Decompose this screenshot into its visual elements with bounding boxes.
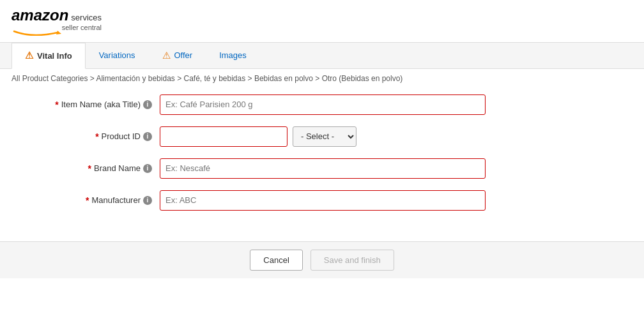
tab-variations-label: Variations: [99, 50, 135, 60]
brand-name-label-text: Brand Name: [94, 163, 141, 173]
manufacturer-label-text: Manufacturer: [91, 195, 141, 205]
tab-offer-label: Offer: [174, 50, 193, 60]
info-icon-item-name[interactable]: i: [143, 100, 152, 109]
logo-amazon: amazon: [12, 6, 68, 25]
svg-marker-0: [56, 31, 61, 34]
form-area: * Item Name (aka Title) i * Product ID i…: [0, 88, 644, 235]
item-name-row: * Item Name (aka Title) i: [26, 94, 618, 115]
tab-images[interactable]: Images: [206, 43, 260, 68]
tab-variations[interactable]: Variations: [86, 43, 149, 68]
save-finish-button[interactable]: Save and finish: [310, 250, 394, 271]
product-id-label: * Product ID i: [26, 131, 160, 142]
warn-icon-offer: ⚠: [162, 50, 171, 61]
required-star-brand: *: [88, 163, 91, 174]
amazon-smile-icon: [13, 29, 64, 36]
item-name-label: * Item Name (aka Title) i: [26, 100, 160, 110]
tabs-bar: ⚠ Vital Info Variations ⚠ Offer Images: [0, 43, 644, 69]
brand-name-input[interactable]: [160, 158, 486, 179]
footer-bar: Cancel Save and finish: [0, 241, 644, 278]
info-icon-manufacturer[interactable]: i: [143, 196, 152, 205]
cancel-button[interactable]: Cancel: [250, 250, 302, 271]
product-id-label-text: Product ID: [102, 131, 141, 141]
logo-block: amazon services seller central: [12, 6, 102, 38]
logo-services-text: services: [71, 13, 102, 23]
item-name-label-text: Item Name (aka Title): [61, 100, 141, 109]
tab-images-label: Images: [219, 50, 247, 60]
required-star-manufacturer: *: [86, 195, 89, 206]
manufacturer-label: * Manufacturer i: [26, 195, 160, 206]
brand-name-label: * Brand Name i: [26, 163, 160, 174]
product-id-input[interactable]: [160, 126, 288, 147]
manufacturer-row: * Manufacturer i: [26, 190, 618, 211]
manufacturer-input[interactable]: [160, 190, 486, 211]
required-star-product-id: *: [95, 131, 98, 142]
tab-vital-info[interactable]: ⚠ Vital Info: [12, 43, 86, 69]
product-id-select[interactable]: - Select - EAN UPC ISBN ASIN: [293, 126, 356, 147]
required-star-item-name: *: [55, 100, 58, 110]
product-id-inputs: - Select - EAN UPC ISBN ASIN: [160, 126, 618, 147]
tab-offer[interactable]: ⚠ Offer: [149, 43, 206, 68]
product-id-row: * Product ID i - Select - EAN UPC ISBN A…: [26, 126, 618, 147]
tab-vital-info-label: Vital Info: [37, 51, 72, 61]
info-icon-brand-name[interactable]: i: [143, 164, 152, 173]
brand-name-row: * Brand Name i: [26, 158, 618, 179]
item-name-input[interactable]: [160, 94, 486, 115]
breadcrumb-text: All Product Categories > Alimentación y …: [12, 74, 402, 83]
info-icon-product-id[interactable]: i: [143, 132, 152, 141]
header: amazon services seller central: [0, 0, 644, 43]
breadcrumb: All Product Categories > Alimentación y …: [0, 69, 644, 88]
warn-icon-vital: ⚠: [25, 50, 33, 61]
